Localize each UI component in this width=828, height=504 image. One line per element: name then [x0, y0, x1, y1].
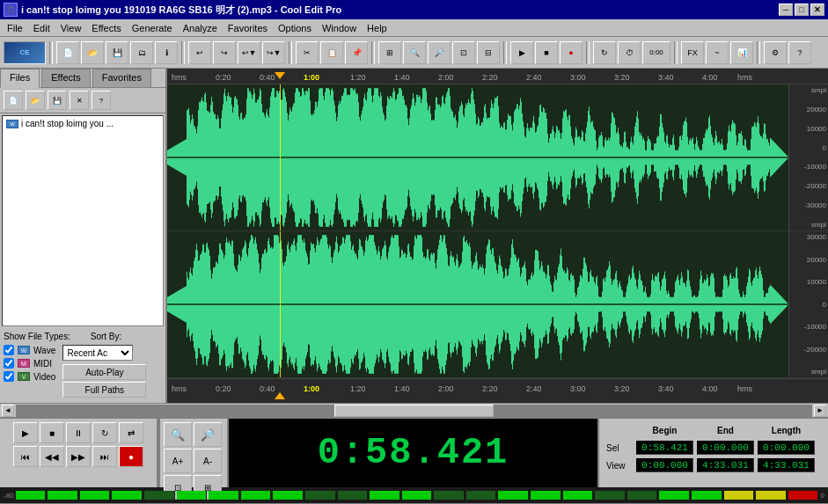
waveform-area[interactable]: hms 0:20 0:40 1:00 1:20 1:40 2:00 2:20 2… — [167, 69, 828, 403]
tab-favorites[interactable]: Favorites — [92, 69, 151, 87]
select-all[interactable]: ⊞ — [378, 41, 401, 64]
file-open-btn[interactable]: 📂 — [26, 91, 45, 110]
tab-effects[interactable]: Effects — [41, 69, 90, 87]
go-end-button[interactable]: ⏭ — [92, 446, 117, 467]
minimize-button[interactable]: ─ — [779, 4, 793, 16]
generate-tb[interactable]: ~ — [706, 41, 729, 64]
save-button[interactable]: 💾 — [106, 41, 128, 64]
midi-label: MIDI — [33, 359, 52, 369]
play-button[interactable]: ▶ — [13, 422, 38, 443]
loop-button[interactable]: ↻ — [92, 422, 117, 443]
waveform-channel-bottom[interactable]: 30000 20000 10000 0 -10000 -20000 smpl — [167, 231, 828, 378]
meter-seg-7 — [209, 491, 239, 500]
menu-generate[interactable]: Generate — [127, 21, 178, 35]
view-length-field[interactable]: 4:33.031 — [758, 458, 815, 472]
meter-seg-2 — [48, 491, 78, 500]
snap[interactable]: ⊟ — [477, 41, 500, 64]
rec-btn-tb[interactable]: ● — [560, 41, 583, 64]
autoplay-button[interactable]: Auto-Play — [62, 364, 146, 380]
record-button[interactable]: ● — [119, 446, 143, 467]
effects-tb[interactable]: FX — [681, 41, 704, 64]
file-list[interactable]: W i can!t stop loimg you ... — [2, 115, 164, 326]
file-toolbar: 📄 📂 💾 ✕ ? — [0, 88, 165, 113]
file-close-btn[interactable]: ✕ — [70, 91, 89, 110]
undo-list[interactable]: ↩▼ — [238, 41, 260, 64]
scroll-track[interactable] — [16, 405, 812, 417]
sel-end-field[interactable]: 0:00.000 — [697, 441, 754, 455]
sel-begin-field[interactable]: 0:58.421 — [636, 441, 693, 455]
fullpaths-button[interactable]: Full Paths — [62, 382, 146, 398]
end-header: End — [697, 426, 754, 435]
wave-checkbox[interactable] — [4, 345, 14, 355]
info-button[interactable]: ℹ — [155, 41, 178, 64]
view-end-field[interactable]: 4:33.031 — [697, 458, 754, 472]
open-button[interactable]: 📂 — [81, 41, 104, 64]
waveform-channel-top[interactable]: smpl 20000 10000 0 -10000 -20000 -30000 … — [167, 84, 828, 231]
menu-file[interactable]: File — [2, 21, 28, 35]
pause-button[interactable]: ⏸ — [66, 422, 91, 443]
menu-favorites[interactable]: Favorites — [223, 21, 273, 35]
copy-button[interactable]: 📋 — [320, 41, 343, 64]
tab-files[interactable]: Files — [0, 69, 40, 88]
level-meter: -80 0 — [0, 487, 828, 503]
midi-checkbox[interactable] — [4, 358, 14, 369]
time-display-btn[interactable]: 0:00 — [642, 41, 670, 64]
close-button[interactable]: ✕ — [810, 4, 824, 16]
ffwd-button[interactable]: ▶▶ — [66, 446, 91, 467]
new-button[interactable]: 📄 — [56, 41, 79, 64]
menu-edit[interactable]: Edit — [28, 21, 55, 35]
file-help-btn[interactable]: ? — [92, 91, 111, 110]
zoom-fit[interactable]: ⊡ — [452, 41, 475, 64]
file-item[interactable]: W i can!t stop loimg you ... — [4, 118, 161, 129]
go-start-button[interactable]: ⏮ — [13, 446, 38, 467]
zoom-out[interactable]: 🔎 — [428, 41, 451, 64]
scroll-thumb[interactable] — [334, 405, 494, 417]
time-btn[interactable]: ⏱ — [618, 41, 641, 64]
meter-seg-15 — [466, 491, 497, 500]
video-label: Video — [33, 372, 55, 382]
bottom-section: ▶ ■ ⏸ ↻ ⇄ ⏮ ◀◀ ▶▶ ⏭ ● 🔍 🔎 A+ A- ⊡ ⊞ 0:58… — [0, 417, 828, 487]
maximize-button[interactable]: □ — [795, 4, 809, 16]
file-new-btn[interactable]: 📄 — [4, 91, 23, 110]
zoom-in[interactable]: 🔍 — [403, 41, 426, 64]
scroll-right-btn[interactable]: ► — [814, 405, 826, 417]
stop-btn-tb[interactable]: ■ — [535, 41, 558, 64]
view-row-label: View — [606, 461, 633, 471]
zoom-out-amp[interactable]: A- — [194, 449, 222, 473]
stop-button[interactable]: ■ — [40, 422, 64, 443]
video-checkbox[interactable] — [4, 371, 14, 382]
play-btn-tb[interactable]: ▶ — [510, 41, 533, 64]
sort-dropdown[interactable]: Recent Ac Name — [62, 345, 133, 361]
scroll-left-btn[interactable]: ◄ — [2, 405, 14, 417]
menu-effects[interactable]: Effects — [86, 21, 126, 35]
zoom-in-time[interactable]: 🔍 — [164, 422, 192, 447]
paste-button[interactable]: 📌 — [345, 41, 368, 64]
rewind-button[interactable]: ◀◀ — [40, 446, 64, 467]
view-begin-field[interactable]: 0:00.000 — [636, 458, 693, 472]
save-all-button[interactable]: 🗂 — [130, 41, 153, 64]
svg-text:0:40: 0:40 — [260, 384, 275, 393]
h-scrollbar[interactable]: ◄ ► — [0, 403, 828, 417]
window-controls[interactable]: ─ □ ✕ — [779, 4, 824, 16]
repeat-button[interactable]: ⇄ — [119, 422, 143, 443]
menu-options[interactable]: Options — [273, 21, 317, 35]
cut-button[interactable]: ✂ — [296, 41, 319, 64]
meter-seg-13 — [402, 491, 433, 500]
zoom-in-amp[interactable]: A+ — [164, 449, 192, 473]
settings-btn[interactable]: ⚙ — [764, 41, 787, 64]
redo-button[interactable]: ↪ — [213, 41, 236, 64]
menu-bar: File Edit View Effects Generate Analyze … — [0, 19, 828, 37]
zoom-out-time[interactable]: 🔎 — [194, 422, 222, 447]
undo-button[interactable]: ↩ — [188, 41, 211, 64]
loop-tb[interactable]: ↻ — [593, 41, 616, 64]
file-save-btn[interactable]: 💾 — [48, 91, 67, 110]
menu-analyze[interactable]: Analyze — [178, 21, 223, 35]
menu-window[interactable]: Window — [317, 21, 362, 35]
redo-list[interactable]: ↪▼ — [262, 41, 285, 64]
menu-view[interactable]: View — [55, 21, 87, 35]
sep5 — [503, 41, 507, 64]
analyze-tb[interactable]: 📊 — [730, 41, 753, 64]
sel-length-field[interactable]: 0:00.000 — [758, 441, 815, 455]
menu-help[interactable]: Help — [362, 21, 392, 35]
help-btn-tb[interactable]: ? — [788, 41, 811, 64]
